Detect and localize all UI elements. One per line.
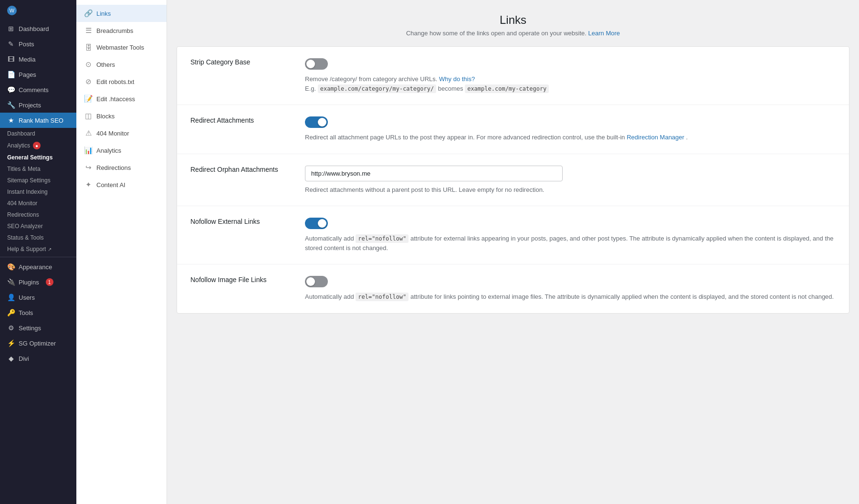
settings-panel: Links Change how some of the links open … xyxy=(167,0,859,504)
redirect-attachments-toggle[interactable] xyxy=(305,116,328,128)
strip-category-label: Strip Category Base xyxy=(190,58,295,66)
sub-nav-edit-robots[interactable]: ⊘ Edit robots.txt xyxy=(76,73,167,90)
redirect-orphan-label: Redirect Orphan Attachments xyxy=(190,166,295,173)
sub-nav-blocks[interactable]: ◫ Blocks xyxy=(76,107,167,125)
breadcrumbs-nav-icon: ☰ xyxy=(84,26,93,35)
sg-optimizer-icon: ⚡ xyxy=(7,339,15,347)
redirection-manager-link[interactable]: Redirection Manager xyxy=(627,134,684,141)
nofollow-external-label: Nofollow External Links xyxy=(190,218,295,225)
plugins-icon: 🔌 xyxy=(7,278,15,286)
redirect-attachments-toggle-wrap xyxy=(305,116,836,128)
admin-sidebar: W ⊞ Dashboard ✎ Posts 🎞 Media 📄 Pages 💬 … xyxy=(0,0,76,504)
sub-nav-analytics[interactable]: 📊 Analytics xyxy=(76,142,167,159)
sidebar-item-divi[interactable]: ◆ Divi xyxy=(0,351,76,366)
sub-nav-edit-htaccess[interactable]: 📝 Edit .htaccess xyxy=(76,90,167,107)
redirect-attachments-label: Redirect Attachments xyxy=(190,116,295,124)
redirections-nav-icon: ↪ xyxy=(84,163,93,172)
dashboard-icon: ⊞ xyxy=(7,25,15,32)
sub-nav-breadcrumbs[interactable]: ☰ Breadcrumbs xyxy=(76,22,167,39)
sidebar-item-tools[interactable]: 🔑 Tools xyxy=(0,305,76,320)
nofollow-external-description: Automatically add rel="nofollow" attribu… xyxy=(305,234,836,252)
rank-math-icon: ★ xyxy=(7,116,15,124)
nofollow-external-code: rel="nofollow" xyxy=(356,234,409,243)
sidebar-item-media[interactable]: 🎞 Media xyxy=(0,52,76,67)
appearance-icon: 🎨 xyxy=(7,263,15,271)
rm-submenu-seo-analyzer[interactable]: SEO Analyzer xyxy=(0,220,76,232)
sub-nav-content-ai[interactable]: ✦ Content AI xyxy=(76,176,167,193)
sub-nav-links[interactable]: 🔗 Links xyxy=(76,5,167,22)
wp-logo: W xyxy=(0,0,76,21)
rm-submenu-analytics[interactable]: Analytics ● xyxy=(0,139,76,152)
nofollow-external-toggle[interactable] xyxy=(305,218,328,229)
rank-math-submenu: Dashboard Analytics ● General Settings T… xyxy=(0,128,76,255)
redirect-orphan-input[interactable] xyxy=(305,166,563,181)
posts-icon: ✎ xyxy=(7,40,15,48)
setting-nofollow-external: Nofollow External Links Automatically ad… xyxy=(177,206,849,264)
learn-more-link[interactable]: Learn More xyxy=(588,30,620,37)
settings-content: Strip Category Base Remove /category/ fr… xyxy=(177,46,849,314)
robots-nav-icon: ⊘ xyxy=(84,77,93,86)
plugins-badge: 1 xyxy=(46,278,53,286)
sidebar-item-projects[interactable]: 🔧 Projects xyxy=(0,97,76,113)
projects-icon: 🔧 xyxy=(7,101,15,109)
sidebar-item-plugins[interactable]: 🔌 Plugins 1 xyxy=(0,274,76,290)
sidebar-sep-1 xyxy=(0,257,76,257)
nofollow-external-toggle-wrap xyxy=(305,218,836,229)
analytics-nav-icon: 📊 xyxy=(84,146,93,155)
sidebar-item-pages[interactable]: 📄 Pages xyxy=(0,67,76,82)
nofollow-image-label: Nofollow Image File Links xyxy=(190,276,295,284)
sidebar-item-appearance[interactable]: 🎨 Appearance xyxy=(0,259,76,274)
sidebar-item-comments[interactable]: 💬 Comments xyxy=(0,82,76,97)
external-link-icon: ↗ xyxy=(48,247,52,252)
rm-submenu-help[interactable]: Help & Support ↗ xyxy=(0,243,76,255)
strip-category-toggle-wrap xyxy=(305,58,836,70)
sidebar-item-sg-optimizer[interactable]: ⚡ SG Optimizer xyxy=(0,336,76,351)
wp-icon: W xyxy=(7,6,17,15)
sub-nav-404-monitor[interactable]: ⚠ 404 Monitor xyxy=(76,125,167,142)
main-content: 🔗 Links ☰ Breadcrumbs 🗄 Webmaster Tools … xyxy=(76,0,859,504)
rm-submenu-404[interactable]: 404 Monitor xyxy=(0,198,76,209)
settings-header: Links Change how some of the links open … xyxy=(167,0,859,46)
rm-submenu-instant-indexing[interactable]: Instant Indexing xyxy=(0,186,76,198)
sidebar-item-dashboard[interactable]: ⊞ Dashboard xyxy=(0,21,76,36)
sidebar-item-users[interactable]: 👤 Users xyxy=(0,290,76,305)
rm-submenu-general-settings[interactable]: General Settings xyxy=(0,152,76,163)
redirect-attachments-description: Redirect all attachment page URLs to the… xyxy=(305,133,836,142)
divi-icon: ◆ xyxy=(7,355,15,362)
comments-icon: 💬 xyxy=(7,86,15,94)
sub-nav-webmaster-tools[interactable]: 🗄 Webmaster Tools xyxy=(76,39,167,56)
users-icon: 👤 xyxy=(7,294,15,301)
example-before: example.com/category/my-category/ xyxy=(318,84,436,93)
others-nav-icon: ⊙ xyxy=(84,60,93,69)
links-nav-icon: 🔗 xyxy=(84,9,93,18)
rm-submenu-dashboard[interactable]: Dashboard xyxy=(0,128,76,139)
strip-category-description: Remove /category/ from category archive … xyxy=(305,74,836,93)
setting-nofollow-image: Nofollow Image File Links Automatically … xyxy=(177,264,849,313)
page-title: Links xyxy=(177,13,849,27)
setting-redirect-orphan: Redirect Orphan Attachments Redirect att… xyxy=(177,154,849,207)
blocks-nav-icon: ◫ xyxy=(84,112,93,120)
why-link[interactable]: Why do this? xyxy=(439,75,475,83)
sub-nav-redirections[interactable]: ↪ Redirections xyxy=(76,159,167,176)
content-ai-nav-icon: ✦ xyxy=(84,180,93,189)
nofollow-image-toggle[interactable] xyxy=(305,276,328,287)
sidebar-item-posts[interactable]: ✎ Posts xyxy=(0,36,76,52)
webmaster-nav-icon: 🗄 xyxy=(84,43,93,52)
strip-category-toggle[interactable] xyxy=(305,58,328,70)
sidebar-item-settings[interactable]: ⚙ Settings xyxy=(0,320,76,336)
setting-strip-category-base: Strip Category Base Remove /category/ fr… xyxy=(177,47,849,105)
media-icon: 🎞 xyxy=(7,55,15,63)
sidebar-item-rank-math[interactable]: ★ Rank Math SEO xyxy=(0,113,76,128)
setting-redirect-attachments: Redirect Attachments Redirect all attach… xyxy=(177,105,849,154)
sub-nav-others[interactable]: ⊙ Others xyxy=(76,56,167,73)
rm-submenu-redirections[interactable]: Redirections xyxy=(0,209,76,220)
404-nav-icon: ⚠ xyxy=(84,129,93,137)
rm-submenu-sitemap[interactable]: Sitemap Settings xyxy=(0,175,76,186)
page-subtitle: Change how some of the links open and op… xyxy=(177,30,849,37)
rm-submenu-titles-meta[interactable]: Titles & Meta xyxy=(0,163,76,175)
redirect-orphan-description: Redirect attachments without a parent po… xyxy=(305,185,836,195)
tools-icon: 🔑 xyxy=(7,309,15,316)
rm-submenu-status-tools[interactable]: Status & Tools xyxy=(0,232,76,243)
settings-icon: ⚙ xyxy=(7,324,15,332)
example-after: example.com/my-category xyxy=(465,84,549,93)
